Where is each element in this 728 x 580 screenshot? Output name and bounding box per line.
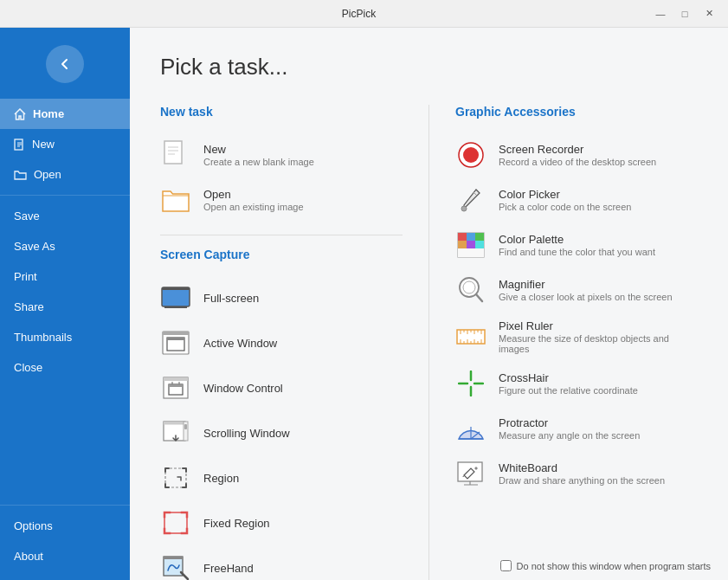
task-new[interactable]: New Create a new blank image: [160, 132, 403, 177]
whiteboard-icon: [455, 458, 486, 489]
fixedregion-text: Fixed Region: [203, 517, 270, 530]
sidebar-item-thumbnails[interactable]: Thumbnails: [0, 322, 130, 352]
fixedregion-icon: [160, 507, 191, 538]
svg-rect-28: [467, 233, 475, 241]
open-task-text: Open Open an existing image: [203, 188, 304, 212]
back-button[interactable]: [46, 45, 84, 83]
right-column: Graphic Accessories Screen Recorder Reco…: [429, 105, 698, 580]
colorpalette-name: Color Palette: [499, 233, 655, 246]
task-magnifier[interactable]: Magnifier Give a closer look at pixels o…: [455, 267, 698, 313]
maximize-button[interactable]: □: [673, 2, 697, 26]
whiteboard-name: WhiteBoard: [499, 461, 665, 474]
svg-point-25: [461, 206, 467, 211]
sidebar-thumbnails-label: Thumbnails: [14, 331, 72, 344]
protractor-desc: Measure any angle on the screen: [499, 430, 640, 441]
open-task-desc: Open an existing image: [203, 202, 304, 212]
fullscreen-name: Full-screen: [203, 292, 259, 305]
sidebar-item-save[interactable]: Save: [0, 201, 130, 231]
task-open[interactable]: Open Open an existing image: [160, 177, 403, 222]
scrollingwindow-text: Scrolling Window: [203, 427, 290, 440]
pixelruler-desc: Measure the size of desktop objects and …: [499, 333, 698, 354]
task-fixedregion[interactable]: Fixed Region: [160, 500, 403, 545]
sidebar-item-print[interactable]: Print: [0, 261, 130, 292]
task-region[interactable]: Region: [160, 455, 403, 500]
svg-rect-29: [475, 233, 484, 241]
region-text: Region: [203, 472, 239, 485]
svg-point-24: [463, 147, 479, 163]
windowcontrol-text: Window Control: [203, 382, 283, 395]
sidebar-divider-2: [0, 505, 130, 506]
screen-capture-title: Screen Capture: [160, 248, 403, 261]
new-task-desc: Create a new blank image: [203, 157, 314, 167]
colorpalette-desc: Find and tune the color that you want: [499, 247, 655, 257]
protractor-text: Protractor Measure any angle on the scre…: [499, 416, 640, 441]
svg-rect-4: [164, 306, 187, 308]
sidebar-item-close[interactable]: Close: [0, 352, 130, 383]
sidebar-divider-1: [0, 195, 130, 196]
svg-rect-3: [162, 287, 190, 290]
section-divider: [160, 235, 403, 235]
task-crosshair[interactable]: CrossHair Figure out the relative coordi…: [455, 361, 698, 406]
task-windowcontrol[interactable]: Window Control: [160, 365, 403, 410]
two-column-layout: New task New Create a new blank image: [160, 105, 698, 580]
open-icon: [14, 169, 27, 180]
svg-rect-32: [475, 241, 484, 248]
new-task-title: New task: [160, 105, 403, 119]
activewindow-text: Active Window: [203, 337, 277, 350]
task-whiteboard[interactable]: WhiteBoard Draw and share anything on th…: [455, 451, 698, 496]
svg-rect-20: [164, 557, 183, 559]
app-body: Home New Open Save Save As: [0, 28, 728, 580]
task-freehand[interactable]: FreeHand: [160, 545, 403, 580]
windowcontrol-icon: [160, 372, 191, 403]
svg-rect-37: [458, 462, 482, 481]
protractor-name: Protractor: [499, 416, 640, 429]
page-title: Pick a task...: [160, 54, 698, 81]
sidebar-options-label: Options: [14, 519, 53, 532]
region-name: Region: [203, 472, 239, 485]
svg-rect-30: [458, 241, 467, 248]
pixelruler-text: Pixel Ruler Measure the size of desktop …: [499, 319, 698, 354]
minimize-button[interactable]: —: [648, 2, 673, 26]
svg-rect-12: [169, 384, 183, 387]
sidebar-print-label: Print: [14, 270, 37, 283]
freehand-icon: [160, 552, 191, 580]
sidebar-saveas-label: Save As: [14, 240, 55, 253]
titlebar-controls: — □ ✕: [648, 2, 721, 26]
svg-rect-14: [164, 422, 185, 425]
task-scrollingwindow[interactable]: Scrolling Window: [160, 410, 403, 455]
titlebar: PicPick — □ ✕: [0, 0, 728, 28]
close-button[interactable]: ✕: [697, 2, 721, 26]
sidebar-item-share[interactable]: Share: [0, 292, 130, 322]
svg-rect-2: [162, 287, 190, 306]
sidebar-item-saveas[interactable]: Save As: [0, 231, 130, 261]
sidebar-item-new[interactable]: New: [0, 129, 130, 159]
sidebar-save-label: Save: [14, 209, 40, 222]
crosshair-text: CrossHair Figure out the relative coordi…: [499, 371, 638, 396]
task-protractor[interactable]: Protractor Measure any angle on the scre…: [455, 406, 698, 451]
sidebar: Home New Open Save Save As: [0, 28, 130, 580]
sidebar-item-open[interactable]: Open: [0, 159, 130, 190]
svg-rect-10: [164, 377, 188, 381]
activewindow-name: Active Window: [203, 337, 277, 350]
task-fullscreen[interactable]: Full-screen: [160, 275, 403, 320]
dont-show-checkbox[interactable]: [500, 560, 512, 571]
sidebar-item-home[interactable]: Home: [0, 99, 130, 129]
svg-rect-1: [164, 141, 182, 164]
pixelruler-name: Pixel Ruler: [499, 319, 698, 332]
task-activewindow[interactable]: Active Window: [160, 320, 403, 365]
task-colorpalette[interactable]: Color Palette Find and tune the color th…: [455, 222, 698, 267]
colorpalette-text: Color Palette Find and tune the color th…: [499, 233, 655, 257]
whiteboard-text: WhiteBoard Draw and share anything on th…: [499, 461, 665, 486]
task-colorpicker[interactable]: Color Picker Pick a color code on the sc…: [455, 177, 698, 222]
sidebar-close-label: Close: [14, 361, 42, 374]
dont-show-label: Do not show this window when program sta…: [517, 561, 711, 571]
sidebar-item-options[interactable]: Options: [0, 511, 130, 541]
svg-rect-17: [165, 468, 186, 487]
colorpicker-icon: [455, 184, 486, 216]
task-pixelruler[interactable]: Pixel Ruler Measure the size of desktop …: [455, 313, 698, 361]
screenrecorder-desc: Record a video of the desktop screen: [499, 157, 656, 167]
colorpicker-desc: Pick a color code on the screen: [499, 202, 631, 212]
task-screenrecorder[interactable]: Screen Recorder Record a video of the de…: [455, 132, 698, 177]
sidebar-item-about[interactable]: About: [0, 541, 130, 571]
home-icon: [14, 108, 26, 120]
